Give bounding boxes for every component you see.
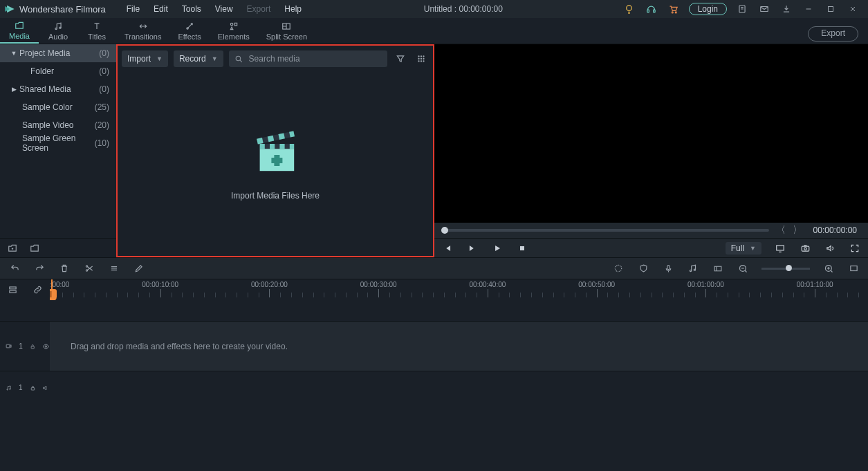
menu-tools[interactable]: Tools xyxy=(175,4,208,14)
tab-titles[interactable]: Titles xyxy=(77,18,116,44)
svg-point-5 xyxy=(672,11,673,12)
audio-track-body[interactable] xyxy=(50,371,868,404)
volume-icon[interactable] xyxy=(824,242,836,255)
media-dropzone[interactable]: Import Media Files Here xyxy=(122,71,429,257)
link-icon[interactable] xyxy=(33,285,43,295)
window-maximize-icon[interactable] xyxy=(820,0,842,18)
prev-marker-button[interactable]: 〈 xyxy=(776,224,786,237)
tab-media[interactable]: Media xyxy=(0,18,39,44)
caret-down-icon: ▼ xyxy=(10,50,18,57)
download-icon[interactable] xyxy=(775,0,797,18)
scrub-handle[interactable] xyxy=(441,227,448,234)
step-forward-button[interactable] xyxy=(466,242,479,255)
shield-icon[interactable] xyxy=(637,262,649,275)
record-dropdown[interactable]: Record▼ xyxy=(174,50,223,67)
playhead[interactable] xyxy=(51,279,53,300)
zoom-fit-icon[interactable] xyxy=(847,262,860,275)
sidebar-item-sample-video[interactable]: Sample Video (20) xyxy=(0,116,116,134)
support-icon[interactable] xyxy=(640,0,663,18)
new-folder-icon[interactable] xyxy=(7,243,18,253)
play-button[interactable] xyxy=(491,242,504,255)
audio-mixer-icon[interactable] xyxy=(687,262,699,275)
fullscreen-icon[interactable] xyxy=(849,242,861,255)
audio-track-head[interactable]: 1 xyxy=(0,371,50,404)
tab-audio[interactable]: Audio xyxy=(39,18,77,44)
svg-rect-33 xyxy=(270,144,275,149)
manage-tracks-icon[interactable] xyxy=(8,285,18,295)
dropzone-label: Import Media Files Here xyxy=(231,191,320,201)
filter-icon[interactable] xyxy=(393,51,408,66)
tab-effects[interactable]: Effects xyxy=(169,18,209,44)
zoom-slider[interactable] xyxy=(761,268,810,270)
menu-edit[interactable]: Edit xyxy=(147,4,175,14)
login-button[interactable]: Login xyxy=(689,3,727,15)
lock-icon[interactable] xyxy=(30,384,36,392)
svg-point-13 xyxy=(230,23,233,26)
menu-file[interactable]: File xyxy=(120,4,147,14)
window-close-icon[interactable] xyxy=(842,0,864,18)
stop-button[interactable] xyxy=(516,242,528,255)
zoom-slider-handle[interactable] xyxy=(786,265,792,271)
svg-point-22 xyxy=(423,58,424,59)
svg-point-6 xyxy=(675,11,676,12)
tab-split-screen[interactable]: Split Screen xyxy=(258,18,315,44)
export-button[interactable]: Export xyxy=(808,26,858,41)
video-track-body[interactable]: Drag and drop media and effects here to … xyxy=(50,322,868,371)
window-minimize-icon[interactable] xyxy=(797,0,820,18)
voiceover-icon[interactable] xyxy=(662,262,674,275)
sidebar-item-sample-green[interactable]: Sample Green Screen (10) xyxy=(0,134,116,152)
svg-point-45 xyxy=(615,265,621,271)
svg-rect-35 xyxy=(290,144,294,149)
aspect-ratio-icon[interactable] xyxy=(712,262,724,275)
svg-rect-46 xyxy=(667,265,669,269)
next-marker-button[interactable]: 〉 xyxy=(793,224,802,237)
svg-rect-14 xyxy=(234,23,237,26)
preview-scrub-track[interactable] xyxy=(441,229,769,232)
crop-button[interactable] xyxy=(108,262,120,275)
tips-icon[interactable] xyxy=(618,0,640,18)
display-settings-icon[interactable] xyxy=(774,242,786,255)
sidebar-item-project-media[interactable]: ▼ Project Media (0) xyxy=(0,44,116,62)
notes-icon[interactable] xyxy=(731,0,753,18)
zoom-in-icon[interactable] xyxy=(822,262,835,275)
app-name: Wondershare Filmora xyxy=(19,4,106,15)
menu-view[interactable]: View xyxy=(208,4,240,14)
redo-button[interactable] xyxy=(33,262,46,275)
chevron-down-icon: ▼ xyxy=(212,55,218,62)
edit-button[interactable] xyxy=(133,262,145,275)
eye-icon[interactable] xyxy=(42,343,50,350)
lock-icon[interactable] xyxy=(30,342,35,351)
mail-icon[interactable] xyxy=(753,0,775,18)
delete-button[interactable] xyxy=(58,262,71,275)
chevron-down-icon: ▼ xyxy=(156,55,163,62)
timeline-ruler[interactable]: 00:00:00:0000:00:10:0000:00:20:0000:00:3… xyxy=(50,279,868,300)
ruler-label: 00:01:10:00 xyxy=(797,281,833,288)
sidebar-item-folder[interactable]: Folder (0) xyxy=(0,62,116,80)
snapshot-icon[interactable] xyxy=(799,242,811,255)
split-button[interactable] xyxy=(83,262,95,275)
svg-point-10 xyxy=(55,28,57,29)
svg-point-25 xyxy=(423,60,424,62)
grid-view-icon[interactable] xyxy=(414,51,429,66)
audio-track-number: 1 xyxy=(19,384,23,391)
zoom-out-icon[interactable] xyxy=(737,262,749,275)
marker-icon[interactable] xyxy=(612,262,625,275)
search-media-field[interactable] xyxy=(249,54,382,64)
preview-quality-dropdown[interactable]: Full▼ xyxy=(726,242,761,255)
tab-transitions[interactable]: Transitions xyxy=(116,18,169,44)
video-track-head[interactable]: 1 xyxy=(0,322,50,371)
svg-point-19 xyxy=(423,55,424,57)
import-dropdown[interactable]: Import▼ xyxy=(122,50,168,67)
mute-icon[interactable] xyxy=(42,384,50,392)
search-media-input[interactable] xyxy=(229,50,387,67)
menu-help[interactable]: Help xyxy=(277,4,308,14)
sidebar-item-shared-media[interactable]: ▶ Shared Media (0) xyxy=(0,80,116,98)
tab-audio-label: Audio xyxy=(48,33,68,41)
svg-point-11 xyxy=(59,27,61,28)
tab-elements[interactable]: Elements xyxy=(210,18,258,44)
cart-icon[interactable] xyxy=(663,0,685,18)
step-back-button[interactable] xyxy=(441,242,454,255)
undo-button[interactable] xyxy=(8,262,21,275)
open-folder-icon[interactable] xyxy=(29,243,40,253)
sidebar-item-sample-color[interactable]: Sample Color (25) xyxy=(0,98,116,116)
